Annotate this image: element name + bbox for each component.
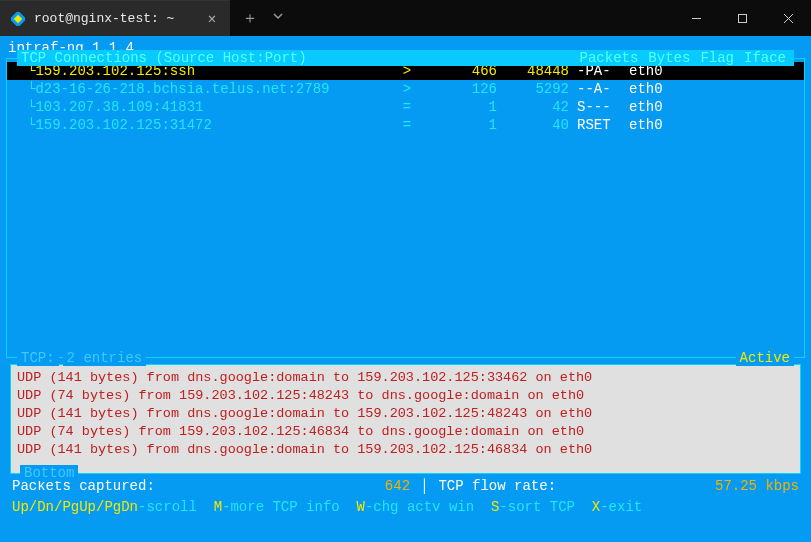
help-key-sort: S [491, 498, 499, 516]
active-window-label: Active [736, 350, 794, 366]
log-line: UDP (141 bytes) from dns.google:domain t… [17, 441, 794, 459]
col-bytes: Bytes [644, 50, 694, 66]
help-key-more: M [214, 498, 222, 516]
conn-flag: RSET [577, 116, 629, 134]
log-line: UDP (141 bytes) from dns.google:domain t… [17, 369, 794, 387]
window-titlebar: root@nginx-test: ~ ✕ ＋ [0, 0, 811, 36]
conn-direction-icon: = [397, 98, 417, 116]
terminal-app-icon [10, 11, 26, 27]
conn-direction-icon: = [397, 116, 417, 134]
connection-row[interactable]: └159.203.102.125:31472=140RSETeth0 [7, 116, 804, 134]
conn-packets: 1 [417, 98, 497, 116]
col-flag: Flag [696, 50, 738, 66]
conn-bytes: 5292 [497, 80, 577, 98]
connection-list[interactable]: └159.203.102.125:ssh>46648448-PA-eth0└d2… [7, 59, 804, 134]
col-packets: Packets [576, 50, 643, 66]
connection-row[interactable]: └103.207.38.109:41831=142S---eth0 [7, 98, 804, 116]
conn-bytes: 40 [497, 116, 577, 134]
close-window-button[interactable] [765, 0, 811, 36]
tcp-entry-count: 2 entries [63, 350, 147, 366]
flow-rate-value: 57.25 kbps [715, 477, 799, 495]
conn-packets: 1 [417, 116, 497, 134]
conn-iface: eth0 [629, 98, 679, 116]
tab-title: root@nginx-test: ~ [34, 11, 196, 26]
log-line: UDP (74 bytes) from 159.203.102.125:4683… [17, 423, 794, 441]
packet-log-panel[interactable]: UDP (141 bytes) from dns.google:domain t… [10, 364, 801, 474]
help-key-win: W [357, 498, 365, 516]
stats-bar: Packets captured: 642 │ TCP flow rate: 5… [6, 477, 805, 495]
tcp-proto-label: TCP: [17, 350, 59, 366]
tab-bar: ＋ [230, 0, 811, 36]
conn-iface: eth0 [629, 116, 679, 134]
packets-captured-value: 642 [385, 477, 410, 495]
maximize-button[interactable] [719, 0, 765, 36]
help-bar: Up/Dn/PgUp/PgDn-scroll M-more TCP info W… [6, 498, 805, 516]
conn-host: └d23-16-26-218.bchsia.telus.net:2789 [27, 80, 397, 98]
help-key-scroll: Up/Dn/PgUp/PgDn [12, 498, 138, 516]
conn-packets: 126 [417, 80, 497, 98]
tcp-header-label: TCP Connections (Source Host:Port) [17, 50, 311, 66]
tcp-panel-footer: TCP: 2 entries Active [17, 350, 794, 366]
conn-bytes: 42 [497, 98, 577, 116]
flow-rate-label: TCP flow rate: [438, 477, 556, 495]
help-key-exit: X [592, 498, 600, 516]
conn-host: └103.207.38.109:41831 [27, 98, 397, 116]
minimize-button[interactable] [673, 0, 719, 36]
col-iface: Iface [740, 50, 790, 66]
connection-row[interactable]: └d23-16-26-218.bchsia.telus.net:2789>126… [7, 80, 804, 98]
log-line: UDP (74 bytes) from 159.203.102.125:4824… [17, 387, 794, 405]
conn-flag: --A- [577, 80, 629, 98]
conn-iface: eth0 [629, 80, 679, 98]
conn-host: └159.203.102.125:31472 [27, 116, 397, 134]
tab-dropdown-button[interactable] [272, 9, 284, 27]
log-scroll-position: Bottom [20, 465, 78, 481]
new-tab-button[interactable]: ＋ [242, 8, 258, 29]
conn-flag: S--- [577, 98, 629, 116]
tcp-panel-header: TCP Connections (Source Host:Port) Packe… [17, 50, 794, 66]
window-controls [673, 0, 811, 36]
terminal-viewport[interactable]: iptraf-ng 1.1.4 TCP Connections (Source … [0, 36, 811, 542]
terminal-tab[interactable]: root@nginx-test: ~ ✕ [0, 0, 230, 36]
tcp-connections-panel: TCP Connections (Source Host:Port) Packe… [6, 58, 805, 358]
close-tab-button[interactable]: ✕ [204, 10, 220, 27]
log-line: UDP (141 bytes) from dns.google:domain t… [17, 405, 794, 423]
conn-direction-icon: > [397, 80, 417, 98]
svg-rect-3 [738, 14, 746, 22]
